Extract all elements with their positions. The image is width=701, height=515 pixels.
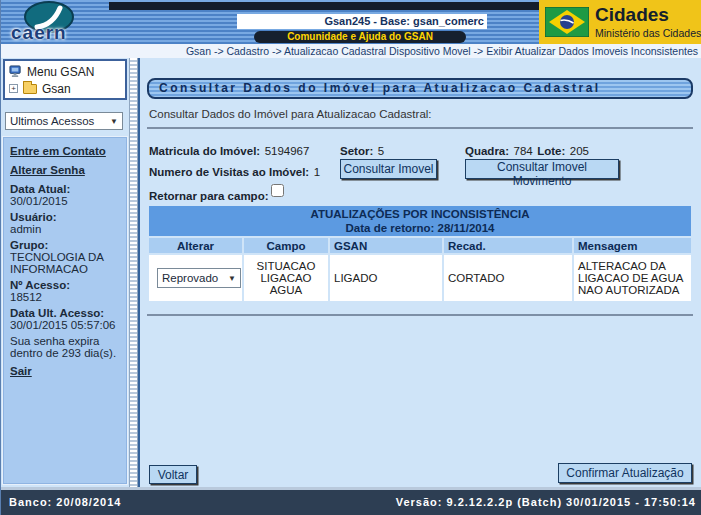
last-access-label: Data Ult. Acesso: [10,307,120,319]
caern-logo: caern [5,0,113,44]
setor-value: 5 [378,145,384,157]
banco-status: Banco: 20/08/2014 [9,496,121,508]
column-header-alterar: Alterar [149,238,242,253]
matricula-label: Matricula do Imóvel: [149,145,260,157]
recad-cell: CORTADO [444,255,572,301]
lote-value: 205 [570,145,589,157]
chevron-down-icon: ▼ [110,117,118,126]
tree-expander-icon[interactable]: + [9,84,18,93]
column-header-gsan: GSAN [330,238,442,253]
caern-logo-text: caern [11,22,67,44]
gsan-cell: LIGADO [330,255,442,301]
sidebar-splitter[interactable] [129,58,138,487]
consultar-imovel-button[interactable]: Consultar Imovel [340,159,437,179]
column-header-mensagem: Mensagem [574,238,691,253]
logout-link[interactable]: Sair [10,365,120,377]
tree-node-gsan[interactable]: + Gsan [9,80,121,97]
consultar-imovel-movimento-button[interactable]: Consultar Imovel Movimento [465,159,619,179]
divider [147,127,693,129]
versao-status: Versão: 9.2.12.2.2p (Batch) 30/01/2015 -… [396,496,696,508]
computer-icon [9,65,22,78]
tree-node-label: Gsan [42,82,71,96]
status-bar: Banco: 20/08/2014 Versão: 9.2.12.2.2p (B… [1,490,701,515]
cidades-subtitle: Ministério das Cidades [595,27,701,39]
access-number-value: 18512 [10,291,120,303]
table-title-band: ATUALIZAÇÕES POR INCONSISTÊNCIA Data de … [149,206,691,236]
cidades-logo: Cidades Ministério das Cidades [539,0,701,44]
lote-label: Lote: [537,145,565,157]
setor-field: Setor: 5 [340,141,384,159]
menu-box: Menu GSAN + Gsan [3,59,127,100]
campo-cell: SITUACAO LIGACAO AGUA [244,255,328,301]
inconsistencias-table: ATUALIZAÇÕES POR INCONSISTÊNCIA Data de … [147,204,693,303]
ultimos-acessos-value: Ultimos Acessos [10,115,94,127]
table-title: ATUALIZAÇÕES POR INCONSISTÊNCIA [149,207,691,221]
quadra-value: 784 [514,145,533,157]
contact-link[interactable]: Entre em Contato [10,145,120,157]
cidades-title: Cidades [595,4,669,26]
retornar-field: Retornar para campo: [149,186,269,204]
retornar-label: Retornar para campo: [149,190,269,202]
last-access-value: 30/01/2015 05:57:06 [10,319,120,331]
brazil-flag-icon [545,7,589,37]
group-label: Grupo: [10,239,120,251]
password-expiry-note: Sua senha expira dentro de 293 dia(s). [10,335,120,359]
group-value: TECNOLOGIA DA INFORMACAO [10,251,120,275]
menu-gsan-label: Menu GSAN [27,65,94,79]
alterar-cell: Reprovado ▼ [149,255,242,301]
current-date-value: 30/01/2015 [10,195,120,207]
column-header-recad: Recad. [444,238,572,253]
visitas-value: 1 [314,166,320,178]
visitas-label: Numero de Visitas ao Imóvel: [149,166,309,178]
app-title: Gsan245 - Base: gsan_comerc [237,14,487,29]
sidebar: Menu GSAN + Gsan Ultimos Acessos ▼ Entre… [1,58,129,487]
folder-icon [23,84,37,94]
setor-label: Setor: [340,145,373,157]
voltar-button[interactable]: Voltar [149,465,197,484]
page-title: Consultar Dados do Imóvel para Atualizac… [147,78,693,99]
user-value: admin [10,223,120,235]
divider [147,314,693,316]
quadra-lote-field: Quadra: 784 Lote: 205 [465,141,589,159]
matricula-value: 5194967 [265,145,310,157]
visitas-field: Numero de Visitas ao Imóvel: 1 [149,162,320,180]
retornar-checkbox[interactable] [271,184,284,197]
matricula-field: Matricula do Imóvel: 5194967 [149,141,309,159]
user-info-panel: Entre em Contato Alterar Senha Data Atua… [3,137,127,484]
chevron-down-icon: ▼ [228,274,236,283]
access-number-label: Nº Acesso: [10,279,120,291]
user-label: Usuário: [10,211,120,223]
page-subtitle: Consultar Dados do Imóvel para Atualizac… [149,108,432,120]
page-body: Menu GSAN + Gsan Ultimos Acessos ▼ Entre… [1,58,701,490]
mensagem-cell: ALTERACAO DA LIGACAO DE AGUA NAO AUTORIZ… [574,255,691,301]
header-dark-band [109,2,539,10]
current-date-label: Data Atual: [10,183,120,195]
community-help-link[interactable]: Comunidade e Ajuda do GSAN [254,31,466,43]
app-header: caern Gsan245 - Base: gsan_comerc Comuni… [1,0,701,44]
confirmar-atualizacao-button[interactable]: Confirmar Atualização [558,463,692,483]
alterar-select-value: Reprovado [162,272,218,284]
breadcrumb: Gsan -> Cadastro -> Atualizacao Cadastra… [1,44,701,58]
menu-gsan-header[interactable]: Menu GSAN [9,63,121,80]
quadra-label: Quadra: [465,145,509,157]
main-content: Consultar Dados do Imóvel para Atualizac… [138,58,701,487]
change-password-link[interactable]: Alterar Senha [10,164,120,176]
table-row: Reprovado ▼ SITUACAO LIGACAO AGUA LIGADO… [149,255,691,301]
ultimos-acessos-select[interactable]: Ultimos Acessos ▼ [5,112,123,130]
column-header-campo: Campo [244,238,328,253]
table-return-date: Data de retorno: 28/11/2014 [149,221,691,235]
alterar-select[interactable]: Reprovado ▼ [157,268,241,288]
